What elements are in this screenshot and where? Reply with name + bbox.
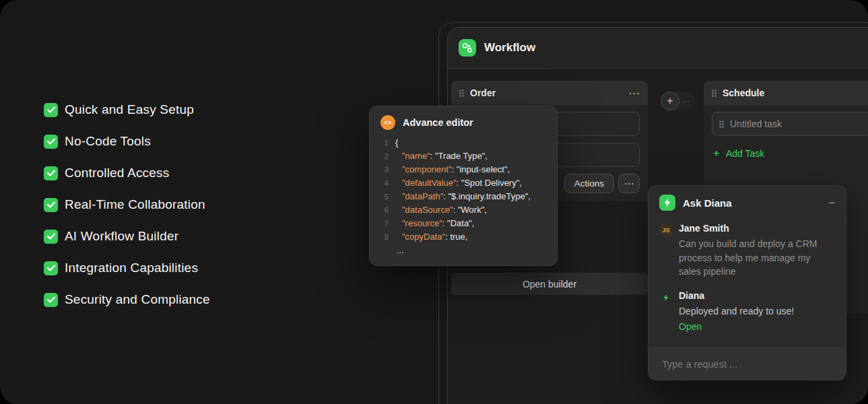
check-icon	[44, 135, 58, 149]
add-node-button[interactable]: +	[661, 92, 679, 110]
code-icon: <>	[380, 115, 395, 130]
add-task-label: Add Task	[726, 148, 764, 159]
window-title: Workflow	[484, 41, 535, 55]
editor-header: <> Advance editor	[380, 115, 546, 130]
code-line: 2 "name": "Trade Type",	[380, 149, 546, 163]
add-task-button[interactable]: + Add Task	[712, 147, 868, 159]
code-line: 5 "dataPath": "$.inquiry.tradeType",	[380, 190, 546, 203]
feature-label: Quick and Easy Setup	[65, 102, 194, 117]
chat-title: Ask Diana	[683, 197, 732, 209]
feature-item: Quick and Easy Setup	[44, 102, 210, 117]
code-line: 4 "defaultValue": "Spot Delivery",	[380, 176, 546, 190]
feature-item: Security and Compliance	[44, 292, 210, 307]
check-icon	[44, 230, 58, 244]
feature-item: Controlled Access	[44, 166, 210, 180]
plus-icon: +	[667, 95, 673, 107]
drag-handle-icon[interactable]	[712, 90, 716, 97]
check-icon	[44, 103, 58, 117]
code-block: 1 { 2 "name": "Trade Type", 3 "component…	[380, 136, 546, 257]
workflow-icon	[459, 39, 476, 57]
line-number: 8	[380, 230, 389, 244]
connector-more-icon[interactable]: ⋯	[682, 97, 690, 106]
message-text: Can you build and deploy a CRM process t…	[679, 237, 826, 279]
open-link[interactable]: Open	[679, 320, 794, 334]
untitled-task-input[interactable]: Untitled task	[712, 112, 868, 136]
message-text: Deployed and ready to use!	[679, 304, 794, 318]
avatar: JS	[659, 224, 673, 237]
drag-handle-icon[interactable]	[459, 90, 464, 97]
page: Quick and Easy Setup No-Code Tools Contr…	[0, 0, 868, 404]
code-line: 8 "copyData": true,	[380, 230, 546, 244]
line-number: 2	[380, 149, 389, 163]
order-panel-title: Order	[470, 88, 496, 98]
code-line: 1 {	[380, 136, 546, 149]
open-builder-button[interactable]: Open builder	[451, 273, 648, 295]
sender-name: Jane Smith	[679, 223, 826, 234]
feature-item: No-Code Tools	[44, 134, 210, 149]
schedule-panel-title: Schedule	[723, 88, 764, 98]
line-number: 7	[380, 217, 389, 230]
check-icon	[44, 293, 58, 307]
sender-name: Diana	[679, 290, 794, 301]
feature-list: Quick and Easy Setup No-Code Tools Contr…	[44, 102, 210, 307]
feature-item: Integration Capabilities	[44, 261, 210, 275]
code-line: 3 "component": "input-select",	[380, 163, 546, 176]
order-menu-icon[interactable]: ⋯	[628, 88, 640, 99]
line-number: 6	[380, 203, 389, 217]
code-ellipsis: ...	[397, 244, 546, 257]
actions-more-icon[interactable]: ⋯	[618, 174, 640, 193]
chat-message: Diana Deployed and ready to use! Open	[648, 285, 846, 334]
check-icon	[44, 198, 58, 212]
chat-input[interactable]	[661, 358, 834, 370]
check-icon	[44, 166, 58, 180]
drag-handle-icon[interactable]	[719, 121, 724, 128]
minimize-icon[interactable]: −	[828, 197, 835, 209]
chat-message: JS Jane Smith Can you build and deploy a…	[648, 217, 846, 279]
chat-input-bar	[648, 347, 846, 380]
message-content: Jane Smith Can you build and deploy a CR…	[679, 223, 826, 279]
feature-label: Controlled Access	[65, 166, 169, 180]
advance-editor-popup: <> Advance editor 1 { 2 "name": "Trade T…	[369, 106, 558, 266]
feature-label: Real-Time Collaboration	[65, 197, 205, 212]
feature-item: Real-Time Collaboration	[44, 197, 210, 212]
feature-label: No-Code Tools	[65, 134, 151, 149]
feature-item: AI Workflow Builder	[44, 229, 210, 244]
ask-diana-panel: Ask Diana − JS Jane Smith Can you build …	[648, 185, 846, 380]
code-line: 7 "resource": "Data",	[380, 217, 546, 230]
line-number: 4	[380, 176, 389, 190]
window-header: Workflow	[448, 28, 868, 69]
line-number: 3	[380, 163, 389, 176]
line-number: 1	[380, 136, 389, 149]
plus-icon: +	[713, 147, 720, 159]
chat-header: Ask Diana −	[648, 186, 846, 217]
feature-label: AI Workflow Builder	[65, 229, 178, 244]
schedule-panel-header: Schedule	[704, 81, 868, 105]
actions-button[interactable]: Actions	[564, 174, 614, 193]
task-placeholder-text: Untitled task	[730, 119, 782, 129]
bolt-icon	[659, 195, 675, 211]
node-connector: + ⋯	[661, 92, 696, 110]
feature-label: Integration Capabilities	[65, 261, 198, 275]
check-icon	[44, 261, 58, 275]
feature-label: Security and Compliance	[65, 292, 210, 307]
message-content: Diana Deployed and ready to use! Open	[679, 290, 794, 334]
code-line: 6 "dataSource": "Work",	[380, 203, 546, 217]
editor-title: Advance editor	[403, 117, 473, 128]
order-panel-header: Order ⋯	[451, 81, 648, 105]
line-number: 5	[380, 190, 389, 203]
bolt-icon	[659, 291, 673, 304]
